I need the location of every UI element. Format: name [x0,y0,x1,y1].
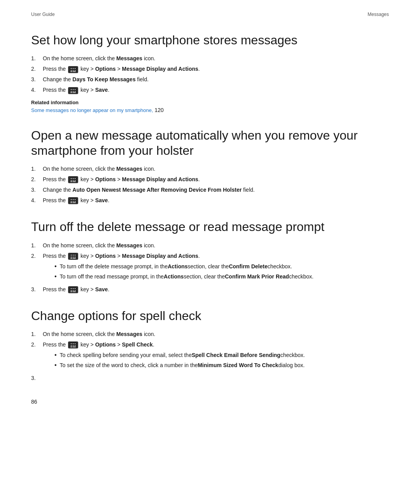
svg-rect-52 [70,291,72,292]
svg-point-3 [75,68,75,68]
svg-point-59 [73,345,74,346]
step-content: Press the key > Save. [43,196,389,205]
step-number: 1. [31,165,43,173]
svg-point-49 [71,290,72,291]
step-content: Press the key > Options > Message Displa… [43,175,389,184]
svg-point-42 [75,257,75,257]
step-number: 4. [31,196,43,205]
step-content: On the home screen, click the Messages i… [43,165,389,173]
svg-point-57 [75,343,75,344]
blackberry-key-icon [68,341,78,348]
svg-point-21 [75,178,75,179]
page-footer: 86 [31,397,389,405]
step-number: 3. [31,374,43,382]
step-number: 3. [31,186,43,194]
related-page-ref: 120 [153,107,164,113]
svg-point-60 [75,345,75,346]
step-item: 3.Change the Days To Keep Messages field… [31,75,389,84]
section-store-messages-title: Set how long your smartphone stores mess… [31,33,389,47]
header-left: User Guide [31,12,55,17]
bullet-item: To turn off the read message prompt, in … [54,273,389,281]
bullet-list: To turn off the delete message prompt, i… [54,262,389,281]
svg-point-50 [73,290,74,291]
step-content: Change the Auto Open Newest Message Afte… [43,186,389,194]
svg-point-2 [73,68,74,68]
step-content: On the home screen, click the Messages i… [43,54,389,63]
svg-rect-7 [70,71,72,72]
related-info-title: Related information [31,100,389,105]
section-spell-check-title: Change options for spell check [31,308,389,323]
svg-rect-26 [73,182,76,182]
step-item: 1.On the home screen, click the Messages… [31,54,389,63]
step-item: 4.Press the key > Save. [31,86,389,94]
related-link[interactable]: Some messages no longer appear on my sma… [31,107,153,113]
svg-rect-17 [73,92,76,93]
svg-point-33 [75,201,75,202]
svg-point-41 [73,257,74,257]
step-number: 2. [31,252,43,260]
svg-point-1 [71,68,72,68]
bullet-item: To set the size of the word to check, cl… [54,361,389,369]
step-number: 1. [31,242,43,250]
svg-point-55 [71,343,72,344]
step-content: On the home screen, click the Messages i… [43,242,389,250]
svg-point-48 [75,288,75,289]
step-content: On the home screen, click the Messages i… [43,330,389,338]
svg-point-39 [75,255,75,256]
section-store-messages-steps: 1.On the home screen, click the Messages… [31,54,389,94]
step-number: 2. [31,341,43,349]
svg-rect-43 [70,258,72,259]
section-delete-prompt-title: Turn off the delete message or read mess… [31,219,389,234]
step-number: 1. [31,54,43,63]
svg-point-47 [73,288,74,289]
section-delete-prompt-steps: 1.On the home screen, click the Messages… [31,242,389,294]
svg-point-37 [71,255,72,256]
step-number: 1. [31,330,43,338]
step-number: 2. [31,65,43,73]
svg-rect-25 [70,182,72,182]
svg-point-13 [71,91,72,91]
svg-rect-8 [73,71,76,72]
blackberry-key-icon [68,66,78,73]
section-holster: Open a new message automatically when yo… [31,128,389,205]
step-item: 1.On the home screen, click the Messages… [31,242,389,250]
svg-rect-62 [73,347,76,348]
svg-point-28 [71,199,72,200]
step-item: 3. [31,374,389,382]
svg-rect-34 [70,203,72,203]
svg-point-51 [75,290,75,291]
svg-point-19 [71,178,72,179]
section-spell-check-steps: 1.On the home screen, click the Messages… [31,330,389,382]
svg-rect-61 [70,347,72,348]
svg-rect-53 [73,291,76,292]
page-number: 86 [31,399,389,405]
svg-point-24 [75,180,75,181]
step-content: Change the Days To Keep Messages field. [43,75,389,84]
svg-point-31 [71,201,72,202]
step-number: 2. [31,175,43,184]
step-item: 2.Press the key > Options > Message Disp… [31,65,389,73]
page: User Guide Messages Set how long your sm… [0,0,420,504]
svg-rect-44 [73,258,76,259]
step-content: Press the key > Save. [43,86,389,94]
svg-point-40 [71,257,72,257]
svg-point-58 [71,345,72,346]
svg-point-10 [71,89,72,89]
step-item: 1.On the home screen, click the Messages… [31,165,389,173]
svg-rect-16 [70,92,72,93]
step-content: Press the key > Options > Message Displa… [43,65,389,73]
blackberry-key-icon [68,176,78,183]
svg-point-15 [75,91,75,91]
bullet-item: To check spelling before sending your em… [54,351,389,359]
sections-container: Set how long your smartphone stores mess… [31,33,389,382]
svg-point-22 [71,180,72,181]
blackberry-key-icon [68,286,78,293]
section-spell-check: Change options for spell check1.On the h… [31,308,389,382]
svg-point-4 [71,70,72,70]
header-right: Messages [368,12,389,17]
page-header: User Guide Messages [31,12,389,17]
step-item: 3.Change the Auto Open Newest Message Af… [31,186,389,194]
bullet-item: To turn off the delete message prompt, i… [54,262,389,271]
svg-rect-35 [73,203,76,203]
svg-point-32 [73,201,74,202]
